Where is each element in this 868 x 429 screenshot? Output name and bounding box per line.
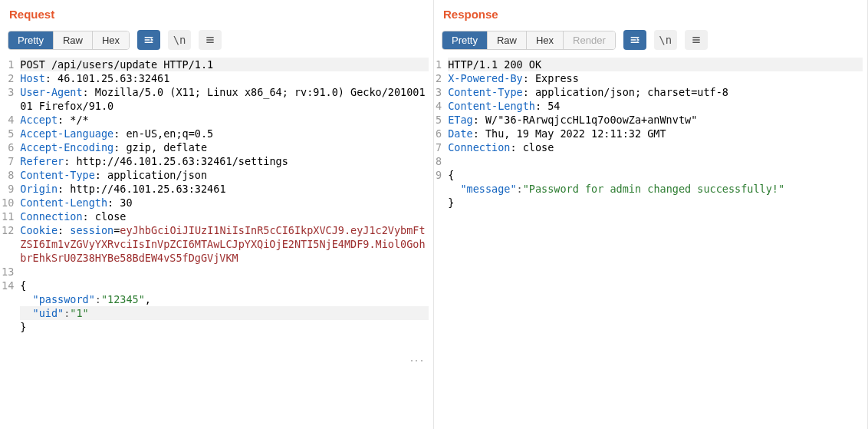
menu-button[interactable] <box>199 30 222 50</box>
code-line[interactable]: Accept-Encoding: gzip, deflate <box>20 140 429 154</box>
newline-toggle-button[interactable]: \n <box>654 30 677 50</box>
code-line[interactable]: } <box>20 320 429 334</box>
code-line[interactable] <box>20 265 429 279</box>
code-line[interactable]: X-Powered-By: Express <box>448 71 863 85</box>
code-line[interactable]: Connection: close <box>448 140 863 154</box>
code-line[interactable]: Accept-Language: en-US,en;q=0.5 <box>20 127 429 140</box>
request-header: Request <box>0 0 433 27</box>
code-line[interactable]: "uid":"1" <box>20 306 429 320</box>
format-icon <box>143 34 155 46</box>
code-line[interactable]: { <box>448 168 863 182</box>
code-line[interactable]: Host: 46.101.25.63:32461 <box>20 71 429 85</box>
response-header: Response <box>434 0 867 27</box>
code-line[interactable]: ETag: W/"36-RArwqjccHL1q7o0owZa+anWnvtw" <box>448 113 863 127</box>
response-toolbar: PrettyRawHexRender \n <box>434 27 867 56</box>
format-icon <box>629 34 641 46</box>
response-gutter: 123456789 <box>434 56 446 429</box>
response-code[interactable]: HTTP/1.1 200 OKX-Powered-By: ExpressCont… <box>446 56 867 429</box>
hamburger-icon <box>690 34 702 46</box>
code-line[interactable]: Origin: http://46.101.25.63:32461 <box>20 182 429 196</box>
code-line[interactable] <box>448 154 863 168</box>
code-line[interactable]: Cookie: session=eyJhbGciOiJIUzI1NiIsInR5… <box>20 223 429 265</box>
tab-render[interactable]: Render <box>564 31 615 49</box>
code-line[interactable]: Content-Length: 54 <box>448 99 863 113</box>
newline-toggle-button[interactable]: \n <box>168 30 191 50</box>
code-line[interactable]: Content-Length: 30 <box>20 196 429 210</box>
tab-hex[interactable]: Hex <box>93 31 129 49</box>
request-panel: Request PrettyRawHex \n 1234567891011121… <box>0 0 434 429</box>
request-toolbar: PrettyRawHex \n <box>0 27 433 56</box>
code-line[interactable]: Accept: */* <box>20 113 429 127</box>
response-view-tabs: PrettyRawHexRender <box>442 31 616 50</box>
code-line[interactable]: Connection: close <box>20 210 429 223</box>
more-actions-button[interactable]: ⋮ <box>409 354 426 368</box>
tab-hex[interactable]: Hex <box>527 31 564 49</box>
code-line[interactable]: Date: Thu, 19 May 2022 12:11:32 GMT <box>448 127 863 140</box>
tab-pretty[interactable]: Pretty <box>8 31 54 49</box>
request-code-area[interactable]: 1234567891011121314 POST /api/users/upda… <box>0 56 433 429</box>
request-view-tabs: PrettyRawHex <box>8 31 130 50</box>
code-line[interactable]: POST /api/users/update HTTP/1.1 <box>20 58 429 71</box>
code-line[interactable]: Content-Type: application/json; charset=… <box>448 85 863 99</box>
response-code-area[interactable]: 123456789 HTTP/1.1 200 OKX-Powered-By: E… <box>434 56 867 429</box>
response-panel: Response PrettyRawHexRender \n 123456789… <box>434 0 868 429</box>
code-line[interactable]: "message":"Password for admin changed su… <box>448 182 863 196</box>
code-line[interactable]: HTTP/1.1 200 OK <box>448 58 863 71</box>
code-line[interactable]: } <box>448 196 863 210</box>
code-line[interactable]: Content-Type: application/json <box>20 168 429 182</box>
code-line[interactable]: "password":"12345", <box>20 292 429 306</box>
code-line[interactable]: Referer: http://46.101.25.63:32461/setti… <box>20 154 429 168</box>
code-line[interactable]: User-Agent: Mozilla/5.0 (X11; Linux x86_… <box>20 85 429 113</box>
code-line[interactable]: { <box>20 279 429 292</box>
menu-button[interactable] <box>685 30 708 50</box>
tab-raw[interactable]: Raw <box>54 31 93 49</box>
tab-pretty[interactable]: Pretty <box>442 31 488 49</box>
request-code[interactable]: POST /api/users/update HTTP/1.1Host: 46.… <box>18 56 433 429</box>
request-gutter: 1234567891011121314 <box>0 56 18 429</box>
hamburger-icon <box>204 34 216 46</box>
tab-raw[interactable]: Raw <box>488 31 527 49</box>
pretty-toggle-button[interactable] <box>623 30 646 50</box>
pretty-toggle-button[interactable] <box>137 30 160 50</box>
